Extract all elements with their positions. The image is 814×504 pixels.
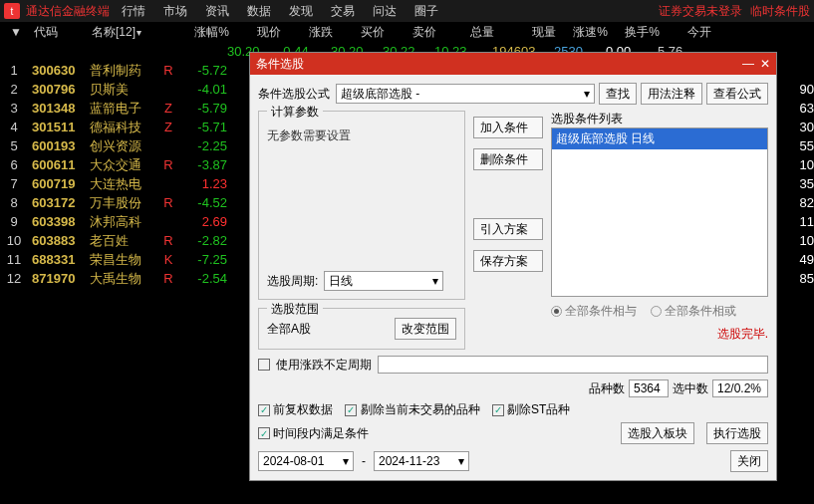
row-index: 3 xyxy=(0,101,28,116)
chevron-down-icon: ▾ xyxy=(343,454,349,468)
stock-code[interactable]: 603172 xyxy=(28,195,90,210)
import-plan-button[interactable]: 引入方案 xyxy=(473,218,543,240)
stock-flag: R xyxy=(161,63,175,78)
change-scope-button[interactable]: 改变范围 xyxy=(395,318,456,340)
col-open[interactable]: 今开 xyxy=(660,24,711,41)
no-args-text: 无参数需要设置 xyxy=(267,127,456,144)
period-label: 选股周期: xyxy=(267,273,318,290)
condition-list[interactable]: 超级底部选股 日线 xyxy=(551,127,768,297)
col-sort-icon[interactable]: ▼ xyxy=(2,25,30,39)
stock-name[interactable]: 普利制药 xyxy=(90,62,161,80)
status-temp-stock[interactable]: 临时条件股 xyxy=(750,3,810,20)
menu-发现[interactable]: 发现 xyxy=(289,4,313,18)
opt-del-notrade[interactable]: 剔除当前未交易的品种 xyxy=(345,401,479,418)
col-name[interactable]: 名称[12] xyxy=(92,25,136,39)
col-vol[interactable]: 总量 xyxy=(436,24,494,41)
variety-label: 品种数 xyxy=(589,380,625,397)
stock-code[interactable]: 600719 xyxy=(28,176,90,191)
menu-市场[interactable]: 市场 xyxy=(163,4,187,18)
dialog-titlebar[interactable]: 条件选股 — ✕ xyxy=(250,53,776,75)
date-to[interactable]: 2024-11-23▾ xyxy=(374,451,469,471)
pct-change: -2.54 xyxy=(175,271,227,286)
execute-button[interactable]: 执行选股 xyxy=(706,422,768,444)
col-pct[interactable]: 涨幅% xyxy=(177,24,229,41)
variety-value: 5364 xyxy=(629,379,669,397)
menu-圈子[interactable]: 圈子 xyxy=(414,4,438,18)
stock-name[interactable]: 万丰股份 xyxy=(90,194,161,212)
col-speed[interactable]: 涨速% xyxy=(556,24,608,41)
stock-code[interactable]: 603883 xyxy=(28,233,90,248)
period-select[interactable]: 日线 ▾ xyxy=(324,271,443,291)
stock-name[interactable]: 大禹生物 xyxy=(90,270,161,288)
stock-name[interactable]: 沐邦高科 xyxy=(90,213,161,231)
col-ask[interactable]: 卖价 xyxy=(385,24,436,41)
row-index: 4 xyxy=(0,120,28,134)
radio-or[interactable]: 全部条件相或 xyxy=(651,303,736,320)
stock-name[interactable]: 创兴资源 xyxy=(90,137,161,155)
app-logo: t xyxy=(4,3,20,19)
stock-code[interactable]: 871970 xyxy=(28,271,90,286)
stock-flag: R xyxy=(161,195,175,210)
col-chg[interactable]: 涨跌 xyxy=(281,24,333,41)
name-dropdown-icon[interactable]: ▾ xyxy=(136,27,141,38)
stock-name[interactable]: 荣昌生物 xyxy=(90,251,161,269)
stock-code[interactable]: 301348 xyxy=(28,101,90,116)
row-index: 6 xyxy=(0,157,28,172)
condition-item[interactable]: 超级底部选股 日线 xyxy=(552,128,767,149)
uncertain-label: 使用涨跌不定周期 xyxy=(276,357,372,374)
uncertain-checkbox[interactable] xyxy=(258,359,270,371)
selected-value: 12/0.2% xyxy=(712,379,768,397)
stock-name[interactable]: 大众交通 xyxy=(90,156,161,174)
stock-code[interactable]: 600193 xyxy=(28,138,90,153)
stock-code[interactable]: 600611 xyxy=(28,157,90,172)
formula-combo[interactable]: 超级底部选股 - ▾ xyxy=(336,84,595,104)
stock-name[interactable]: 大连热电 xyxy=(90,175,161,193)
stock-name[interactable]: 贝斯美 xyxy=(90,81,161,99)
stock-code[interactable]: 300796 xyxy=(28,82,90,97)
menu-资讯[interactable]: 资讯 xyxy=(205,4,229,18)
pct-change: -3.87 xyxy=(175,157,227,172)
close-icon[interactable]: ✕ xyxy=(760,57,770,71)
col-bid[interactable]: 买价 xyxy=(333,24,385,41)
row-tail: 85 xyxy=(784,271,814,286)
stock-code[interactable]: 603398 xyxy=(28,214,90,229)
stock-name[interactable]: 蓝箭电子 xyxy=(90,100,161,118)
col-price[interactable]: 现价 xyxy=(229,24,281,41)
uncertain-input[interactable] xyxy=(378,356,768,374)
to-block-button[interactable]: 选股入板块 xyxy=(621,422,694,444)
opt-del-st[interactable]: 剔除ST品种 xyxy=(492,401,571,418)
opt-time-range[interactable]: 时间段内满足条件 xyxy=(258,425,369,442)
menu-问达[interactable]: 问达 xyxy=(373,4,397,18)
row-index: 10 xyxy=(0,233,28,248)
stock-code[interactable]: 301511 xyxy=(28,120,90,134)
find-button[interactable]: 查找 xyxy=(599,83,637,105)
stock-name[interactable]: 德福科技 xyxy=(90,119,161,136)
scope-value: 全部A股 xyxy=(267,321,311,338)
status-login[interactable]: 证券交易未登录 xyxy=(659,3,742,20)
save-plan-button[interactable]: 保存方案 xyxy=(473,250,543,272)
col-code[interactable]: 代码 xyxy=(30,24,92,41)
row-tail: 49 xyxy=(784,252,814,267)
date-from[interactable]: 2024-08-01▾ xyxy=(258,451,354,471)
stock-code[interactable]: 300630 xyxy=(28,63,90,78)
calc-box-title: 计算参数 xyxy=(267,104,323,121)
col-amt[interactable]: 现量 xyxy=(494,24,556,41)
usage-button[interactable]: 用法注释 xyxy=(641,83,702,105)
stock-code[interactable]: 688331 xyxy=(28,252,90,267)
menu-数据[interactable]: 数据 xyxy=(247,4,271,18)
opt-fq[interactable]: 前复权数据 xyxy=(258,401,333,418)
dialog-title: 条件选股 xyxy=(256,56,304,73)
menu-交易[interactable]: 交易 xyxy=(331,4,355,18)
row-tail: 11 xyxy=(784,214,814,229)
radio-and[interactable]: 全部条件相与 xyxy=(551,303,637,320)
delete-condition-button[interactable]: 删除条件 xyxy=(473,148,543,170)
row-tail: 30 xyxy=(784,120,814,134)
stock-name[interactable]: 老百姓 xyxy=(90,232,161,250)
menu-行情[interactable]: 行情 xyxy=(122,4,145,18)
minimize-icon[interactable]: — xyxy=(742,57,754,71)
close-button[interactable]: 关闭 xyxy=(730,450,768,472)
add-condition-button[interactable]: 加入条件 xyxy=(473,117,543,138)
row-tail: 55 xyxy=(784,138,814,153)
col-turn[interactable]: 换手% xyxy=(608,24,660,41)
view-formula-button[interactable]: 查看公式 xyxy=(706,83,768,105)
